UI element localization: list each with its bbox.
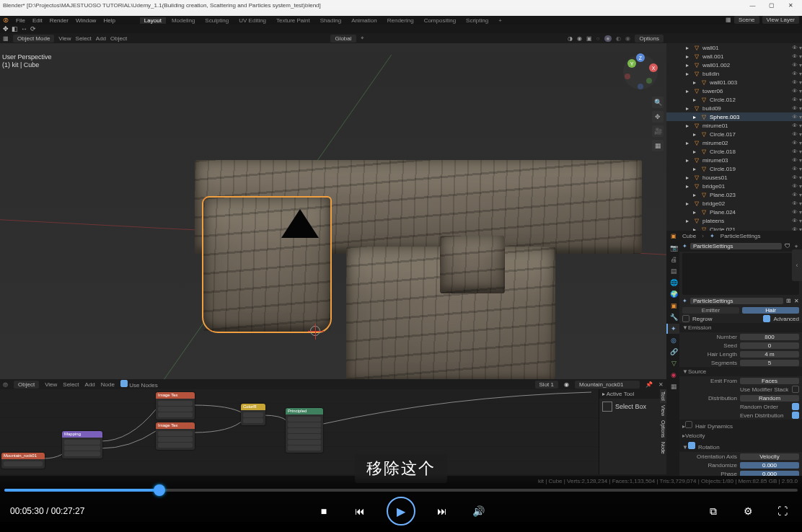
orientation-selector[interactable]: Global xyxy=(330,35,356,43)
outliner-item[interactable]: ▸▽mirume02👁▾ xyxy=(666,138,802,147)
settings-new-icon[interactable]: ⊞ xyxy=(786,298,791,304)
outliner-item[interactable]: ▸▽Circle.021👁▾ xyxy=(666,225,802,231)
prop-tab-particles[interactable]: ✦ xyxy=(666,324,679,334)
outliner-item[interactable]: ▸▽wall.001👁▾ xyxy=(666,52,802,61)
xray-icon[interactable]: ▣ xyxy=(586,35,592,42)
prop-tab-data[interactable]: ▽ xyxy=(666,358,679,368)
use-modifier-checkbox[interactable] xyxy=(792,386,799,393)
workspace-tab-anim[interactable]: Animation xyxy=(347,17,382,24)
node-menu-select[interactable]: Select xyxy=(63,381,79,388)
shading-wire-icon[interactable]: ○ xyxy=(596,35,600,42)
prop-tab-object[interactable]: ▣ xyxy=(666,301,679,311)
workspace-tab-modeling[interactable]: Modeling xyxy=(167,17,199,24)
node-graph[interactable]: Mountain_rock01 Mapping Image Tex Image … xyxy=(0,389,666,474)
node-tab-view[interactable]: View xyxy=(660,403,666,418)
outliner-item[interactable]: ▸▽Circle.019👁▾ xyxy=(666,164,802,173)
prop-tab-constraints[interactable]: 🔗 xyxy=(666,347,679,357)
rotation-checkbox[interactable] xyxy=(688,442,695,449)
pan-icon[interactable]: ✥ xyxy=(652,111,664,123)
outliner-item[interactable]: ▸▽bridge01👁▾ xyxy=(666,182,802,190)
shader-type[interactable]: Object xyxy=(14,381,39,389)
outliner-item[interactable]: ▸▽Sphere.003👁▾ xyxy=(666,112,802,121)
hair-length-field[interactable]: 4 m xyxy=(740,351,799,358)
outliner-item[interactable]: ▸▽plateens👁▾ xyxy=(666,216,802,225)
settings-button[interactable]: ⚙ xyxy=(739,502,757,520)
outliner-item[interactable]: ▸▽Plane.023👁▾ xyxy=(666,190,802,199)
material-selector[interactable]: Mountain_rock01 xyxy=(575,381,640,389)
particle-system-name[interactable]: ParticleSettings xyxy=(690,243,782,249)
advanced-checkbox[interactable] xyxy=(763,315,770,322)
outliner-item[interactable]: ▸▽tower06👁▾ xyxy=(666,87,802,95)
vp-menu-select[interactable]: Select xyxy=(76,35,92,42)
workspace-tab-render[interactable]: Rendering xyxy=(383,17,418,24)
even-dist-checkbox[interactable] xyxy=(792,412,799,419)
node-menu-view[interactable]: View xyxy=(45,381,57,388)
node-image-tex-1[interactable]: Image Tex xyxy=(156,392,195,399)
panel-velocity[interactable]: Velocity xyxy=(685,433,705,439)
slot-selector[interactable]: Slot 1 xyxy=(535,381,558,389)
node-tab-node[interactable]: Node xyxy=(660,440,666,456)
menu-file[interactable]: File xyxy=(16,17,25,24)
pin-icon[interactable]: 📌 xyxy=(645,381,653,388)
panel-emission[interactable]: Emission xyxy=(688,324,711,331)
workspace-tab-sculpting[interactable]: Sculpting xyxy=(200,17,233,24)
vp-menu-add[interactable]: Add xyxy=(96,35,106,42)
type-emitter[interactable]: Emitter xyxy=(682,307,739,314)
workspace-tab-shading[interactable]: Shading xyxy=(316,17,345,24)
mesh-rock-chunk[interactable] xyxy=(440,236,505,293)
node-tex-coord[interactable]: Mountain_rock01 xyxy=(1,453,45,459)
shading-render-icon[interactable]: ◉ xyxy=(625,35,630,42)
workspace-tab-comp[interactable]: Compositing xyxy=(420,17,460,24)
node-menu-add[interactable]: Add xyxy=(85,381,95,388)
panel-source[interactable]: Source xyxy=(688,368,706,375)
workspace-tab-script[interactable]: Scripting xyxy=(462,17,493,24)
hair-dynamics-checkbox[interactable] xyxy=(685,421,692,428)
outliner-item[interactable]: ▸▽build09👁▾ xyxy=(666,104,802,112)
timeline-thumb[interactable] xyxy=(154,484,165,496)
workspace-tab-layout[interactable]: Layout xyxy=(140,17,166,24)
persp-icon[interactable]: ▦ xyxy=(652,140,664,151)
editor-type-shader-icon[interactable]: ◎ xyxy=(3,381,8,388)
number-field[interactable]: 800 xyxy=(740,334,799,340)
tool-move-icon[interactable]: ↔ xyxy=(21,25,27,32)
outliner-item[interactable]: ▸▽mirume01👁▾ xyxy=(666,121,802,130)
menu-render[interactable]: Render xyxy=(50,17,69,24)
vp-options[interactable]: Options xyxy=(635,35,664,43)
gizmo-icon[interactable]: ◑ xyxy=(568,35,573,42)
outliner-item[interactable]: ▸▽buildin👁▾ xyxy=(666,69,802,78)
3d-viewport[interactable]: ▦ Object Mode View Select Add Object Glo… xyxy=(0,33,666,379)
regrow-checkbox[interactable] xyxy=(682,315,689,322)
prop-tab-physics[interactable]: ◎ xyxy=(666,335,679,345)
prop-tab-world[interactable]: 🌍 xyxy=(666,289,679,299)
node-tab-tool[interactable]: Tool xyxy=(660,389,666,403)
outliner-item[interactable]: ▸▽Circle.018👁▾ xyxy=(666,147,802,156)
random-order-checkbox[interactable] xyxy=(792,403,799,410)
type-hair[interactable]: Hair xyxy=(742,307,799,314)
node-menu-node[interactable]: Node xyxy=(101,381,115,388)
shading-solid-icon[interactable]: ● xyxy=(604,35,612,42)
tool-cursor-icon[interactable]: ✥ xyxy=(3,25,9,32)
outliner-item[interactable]: ▸▽wall01.002👁▾ xyxy=(666,61,802,69)
outliner-item[interactable]: ▸▽Circle.017👁▾ xyxy=(666,130,802,138)
workspace-tab-texpaint[interactable]: Texture Paint xyxy=(272,17,314,24)
camera-icon[interactable]: 🎥 xyxy=(652,125,664,137)
prop-tab-output[interactable]: 🖨 xyxy=(666,254,679,265)
snap-icon[interactable]: ⌖ xyxy=(361,35,364,42)
segments-field[interactable]: 5 xyxy=(740,360,799,366)
sidebar-collapse-handle[interactable]: ‹ xyxy=(792,249,802,281)
prop-tab-render[interactable]: 📷 xyxy=(666,243,679,253)
outliner-item[interactable]: ▸▽Plane.024👁▾ xyxy=(666,208,802,216)
workspace-tab-add[interactable]: + xyxy=(494,17,506,24)
menu-edit[interactable]: Edit xyxy=(32,17,43,24)
overlay-icon[interactable]: ◉ xyxy=(577,35,582,42)
next-button[interactable]: ⏭ xyxy=(433,502,451,520)
seed-field[interactable]: 0 xyxy=(740,342,799,349)
particle-settings-name[interactable]: ParticleSettings xyxy=(690,298,783,304)
pip-button[interactable]: ⧉ xyxy=(704,502,723,520)
prop-tab-scene[interactable]: 🌐 xyxy=(666,278,679,288)
menu-help[interactable]: Help xyxy=(103,17,115,24)
prop-tab-texture[interactable]: ▦ xyxy=(666,381,679,391)
outliner-item[interactable]: ▸▽houses01👁▾ xyxy=(666,173,802,182)
close-mat-icon[interactable]: ✕ xyxy=(658,381,664,388)
node-principled[interactable]: Principled xyxy=(286,408,323,414)
